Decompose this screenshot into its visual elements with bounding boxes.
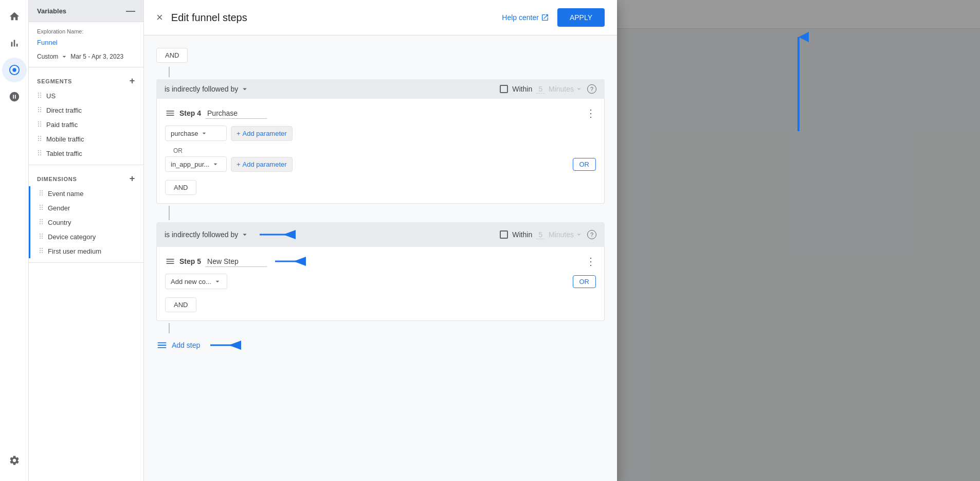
drag-handle-icon: ⠿ [39, 247, 44, 255]
segments-title: SEGMENTS [37, 78, 72, 84]
segment-direct-traffic[interactable]: ⠿ Direct traffic [29, 103, 143, 117]
connector-line-2 [169, 206, 170, 220]
step5-menu-button[interactable]: ⋮ [586, 255, 596, 268]
modal-header: × Edit funnel steps Help center APPLY [144, 0, 617, 35]
dimension-event-name[interactable]: ⠿ Event name [29, 186, 143, 201]
step4-condition-2: in_app_pur... + Add parameter OR [165, 156, 596, 172]
apply-button[interactable]: APPLY [557, 8, 605, 27]
arrow-annotation-2 [271, 256, 307, 267]
modal-title: Edit funnel steps [171, 12, 247, 24]
segment-paid-traffic[interactable]: ⠿ Paid traffic [29, 117, 143, 132]
dimensions-title: DIMENSIONS [37, 176, 77, 182]
date-range[interactable]: Custom Mar 5 - Apr 3, 2023 [29, 50, 143, 63]
step4-add-param-button-1[interactable]: + Add parameter [231, 126, 293, 141]
dimension-country[interactable]: ⠿ Country [29, 215, 143, 229]
step5-within-unit[interactable]: Minutes [549, 230, 583, 239]
step5-and-button[interactable]: AND [165, 297, 196, 312]
add-segment-button[interactable]: + [130, 76, 135, 86]
step5-within-number[interactable]: 5 [536, 230, 545, 239]
step4-drag-handle-icon [165, 108, 175, 118]
drag-handle-icon: ⠿ [39, 233, 44, 241]
step4-or-button[interactable]: OR [573, 158, 596, 171]
dimension-label: First user medium [48, 247, 101, 255]
step5-event-select-1[interactable]: Add new co... [165, 274, 227, 289]
step4-within-label: Within [512, 85, 532, 93]
step5-number-name: Step 5 New Step [179, 256, 582, 267]
segment-mobile-traffic[interactable]: ⠿ Mobile traffic [29, 132, 143, 146]
step4-within-unit[interactable]: Minutes [549, 85, 583, 93]
step4-number-name: Step 4 Purchase [179, 108, 582, 119]
drag-handle-icon: ⠿ [37, 120, 42, 129]
segment-label: Mobile traffic [46, 135, 84, 143]
step4-transition-select[interactable]: is indirectly followed by [165, 84, 249, 94]
exploration-name[interactable]: Funnel [29, 37, 143, 50]
step4-number: Step 4 [179, 109, 201, 117]
dimension-label: Gender [48, 204, 70, 212]
reports-nav-icon[interactable] [2, 31, 27, 56]
plus-icon-2: + [237, 161, 241, 168]
close-button[interactable]: × [156, 12, 163, 23]
step4-event-label-2: in_app_pur... [171, 161, 209, 168]
step4-help-icon[interactable]: ? [587, 84, 596, 94]
step5-transition-label: is indirectly followed by [165, 230, 238, 239]
help-center-link[interactable]: Help center [502, 13, 549, 22]
segments-title-row: SEGMENTS + [29, 72, 143, 88]
segment-tablet-traffic[interactable]: ⠿ Tablet traffic [29, 146, 143, 161]
explore-nav-icon[interactable] [2, 58, 27, 82]
drag-handle-icon: ⠿ [37, 135, 42, 143]
step4-within-number[interactable]: 5 [536, 85, 545, 94]
help-center-label: Help center [502, 13, 539, 22]
step5-name[interactable]: New Step [205, 256, 267, 267]
left-navigation [0, 0, 29, 481]
connector-line-3 [169, 323, 170, 333]
drag-handle-icon: ⠿ [39, 189, 44, 198]
step5-header: Step 5 New Step ⋮ [165, 255, 596, 268]
step5-within-checkbox[interactable] [500, 230, 508, 239]
add-dimension-button[interactable]: + [130, 173, 135, 184]
segment-label: Paid traffic [46, 121, 78, 129]
drag-handle-icon: ⠿ [37, 92, 42, 100]
advertising-nav-icon[interactable] [2, 84, 27, 109]
step5-condition-1: Add new co... OR [165, 274, 596, 289]
dimension-gender[interactable]: ⠿ Gender [29, 201, 143, 215]
dimension-label: Event name [48, 190, 83, 198]
step4-event-select-2[interactable]: in_app_pur... [165, 156, 227, 172]
up-arrow-annotation [788, 31, 809, 134]
dimensions-section: DIMENSIONS + ⠿ Event name ⠿ Gender ⠿ Cou… [29, 165, 143, 263]
step4-event-select-1[interactable]: purchase [165, 126, 227, 141]
dimension-device-category[interactable]: ⠿ Device category [29, 229, 143, 244]
step4-add-param-button-2[interactable]: + Add parameter [231, 157, 293, 172]
variables-panel-header: Variables — [29, 0, 143, 22]
settings-nav-icon[interactable] [2, 448, 27, 473]
step4-header: Step 4 Purchase ⋮ [165, 107, 596, 119]
dimension-label: Country [48, 219, 71, 226]
step5-transition-select[interactable]: is indirectly followed by [165, 230, 249, 239]
dimension-first-user-medium[interactable]: ⠿ First user medium [29, 244, 143, 258]
step5-transition-row: is indirectly followed by Within 5 Minut… [156, 222, 605, 247]
step5-event-label-1: Add new co... [171, 278, 211, 286]
step4-name[interactable]: Purchase [205, 108, 267, 119]
arrow-annotation-1 [256, 227, 297, 242]
step4-transition-label: is indirectly followed by [165, 85, 238, 93]
exploration-label: Exploration Name: [29, 26, 143, 37]
step4-transition-row: is indirectly followed by Within 5 Minut… [156, 79, 605, 99]
step4-and-button[interactable]: AND [165, 180, 196, 195]
step5-or-button[interactable]: OR [573, 275, 596, 288]
main-content: Funnel exploration × Edit funnel steps H… [144, 0, 980, 481]
home-nav-icon[interactable] [2, 4, 27, 29]
previous-step-and: AND [156, 44, 605, 63]
step5-within-unit-label: Minutes [549, 230, 574, 239]
step4-menu-button[interactable]: ⋮ [586, 107, 596, 119]
step5-help-icon[interactable]: ? [587, 230, 596, 239]
add-step-label: Add step [172, 341, 200, 349]
step4-within-unit-label: Minutes [549, 85, 574, 93]
modal-header-left: × Edit funnel steps [156, 12, 247, 24]
plus-icon: + [237, 130, 241, 137]
and-button-top[interactable]: AND [156, 48, 188, 63]
segment-us[interactable]: ⠿ US [29, 88, 143, 103]
segment-label: US [46, 92, 56, 100]
step4-within-checkbox[interactable] [500, 85, 508, 93]
add-step-area[interactable]: Add step [156, 333, 605, 357]
minimize-button[interactable]: — [126, 6, 135, 15]
edit-funnel-steps-dialog: × Edit funnel steps Help center APPLY AN… [144, 0, 617, 481]
